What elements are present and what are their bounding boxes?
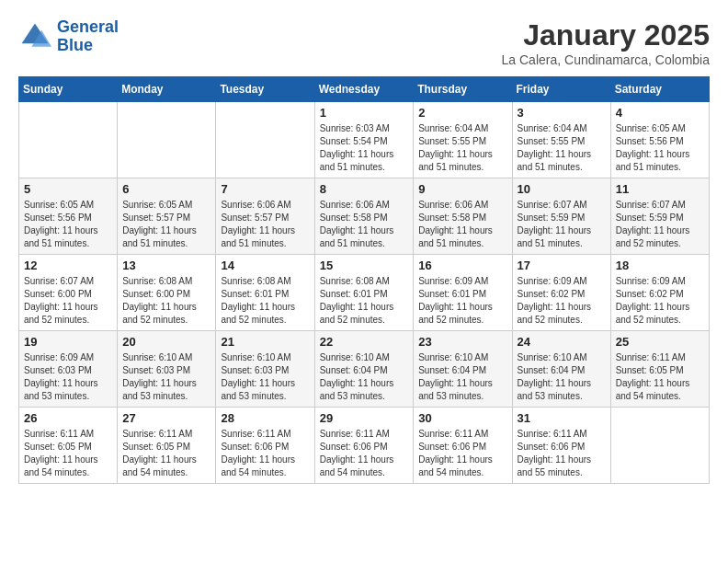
calendar-week-2: 5Sunrise: 6:05 AMSunset: 5:56 PMDaylight… <box>19 178 710 255</box>
calendar-cell: 30Sunrise: 6:11 AMSunset: 6:06 PMDayligh… <box>414 408 512 484</box>
calendar-week-5: 26Sunrise: 6:11 AMSunset: 6:05 PMDayligh… <box>19 408 710 484</box>
logo: General Blue <box>18 18 119 55</box>
day-info: Sunrise: 6:10 AMSunset: 6:04 PMDaylight:… <box>418 351 506 403</box>
day-info: Sunrise: 6:10 AMSunset: 6:04 PMDaylight:… <box>518 351 606 403</box>
day-number: 17 <box>518 259 606 272</box>
calendar-cell: 14Sunrise: 6:08 AMSunset: 6:01 PMDayligh… <box>216 255 314 331</box>
day-info: Sunrise: 6:11 AMSunset: 6:05 PMDaylight:… <box>24 428 112 479</box>
day-number: 28 <box>221 411 309 425</box>
calendar-cell: 17Sunrise: 6:09 AMSunset: 6:02 PMDayligh… <box>512 255 610 331</box>
day-info: Sunrise: 6:09 AMSunset: 6:01 PMDaylight:… <box>418 275 506 327</box>
day-number: 29 <box>320 411 409 425</box>
day-number: 11 <box>616 182 704 196</box>
calendar-cell: 21Sunrise: 6:10 AMSunset: 6:03 PMDayligh… <box>216 331 314 408</box>
calendar-cell: 18Sunrise: 6:09 AMSunset: 6:02 PMDayligh… <box>610 255 709 331</box>
calendar-title: January 2025 <box>502 18 710 52</box>
day-number: 7 <box>221 182 309 196</box>
calendar-cell: 5Sunrise: 6:05 AMSunset: 5:56 PMDaylight… <box>19 178 118 255</box>
day-info: Sunrise: 6:04 AMSunset: 5:55 PMDaylight:… <box>518 122 606 174</box>
title-block: January 2025 La Calera, Cundinamarca, Co… <box>502 18 710 67</box>
day-number: 1 <box>320 106 409 120</box>
calendar-cell: 4Sunrise: 6:05 AMSunset: 5:56 PMDaylight… <box>610 102 709 178</box>
day-info: Sunrise: 6:11 AMSunset: 6:06 PMDaylight:… <box>518 428 606 479</box>
day-info: Sunrise: 6:06 AMSunset: 5:57 PMDaylight:… <box>221 199 309 250</box>
calendar-cell: 22Sunrise: 6:10 AMSunset: 6:04 PMDayligh… <box>314 331 414 408</box>
col-header-wednesday: Wednesday <box>314 77 414 102</box>
day-info: Sunrise: 6:11 AMSunset: 6:06 PMDaylight:… <box>418 428 506 479</box>
day-number: 18 <box>616 259 704 272</box>
calendar-cell: 2Sunrise: 6:04 AMSunset: 5:55 PMDaylight… <box>414 102 512 178</box>
day-info: Sunrise: 6:07 AMSunset: 6:00 PMDaylight:… <box>24 275 112 327</box>
day-info: Sunrise: 6:07 AMSunset: 5:59 PMDaylight:… <box>518 199 606 250</box>
day-info: Sunrise: 6:08 AMSunset: 6:01 PMDaylight:… <box>221 275 309 327</box>
day-info: Sunrise: 6:10 AMSunset: 6:03 PMDaylight:… <box>221 351 309 403</box>
calendar-cell: 7Sunrise: 6:06 AMSunset: 5:57 PMDaylight… <box>216 178 314 255</box>
calendar-table: SundayMondayTuesdayWednesdayThursdayFrid… <box>18 76 710 484</box>
col-header-saturday: Saturday <box>610 77 709 102</box>
day-number: 4 <box>616 106 704 120</box>
day-info: Sunrise: 6:09 AMSunset: 6:02 PMDaylight:… <box>518 275 606 327</box>
day-info: Sunrise: 6:05 AMSunset: 5:56 PMDaylight:… <box>24 199 112 250</box>
calendar-week-3: 12Sunrise: 6:07 AMSunset: 6:00 PMDayligh… <box>19 255 710 331</box>
day-number: 21 <box>221 335 309 349</box>
calendar-cell: 1Sunrise: 6:03 AMSunset: 5:54 PMDaylight… <box>314 102 414 178</box>
day-info: Sunrise: 6:03 AMSunset: 5:54 PMDaylight:… <box>320 122 409 174</box>
day-number: 20 <box>122 335 210 349</box>
calendar-cell <box>610 408 709 484</box>
day-info: Sunrise: 6:04 AMSunset: 5:55 PMDaylight:… <box>418 122 506 174</box>
calendar-header-row: SundayMondayTuesdayWednesdayThursdayFrid… <box>19 77 710 102</box>
day-info: Sunrise: 6:06 AMSunset: 5:58 PMDaylight:… <box>320 199 409 250</box>
col-header-friday: Friday <box>512 77 610 102</box>
day-number: 13 <box>122 259 210 272</box>
col-header-sunday: Sunday <box>19 77 118 102</box>
calendar-cell: 3Sunrise: 6:04 AMSunset: 5:55 PMDaylight… <box>512 102 610 178</box>
day-number: 23 <box>418 335 506 349</box>
calendar-cell: 28Sunrise: 6:11 AMSunset: 6:06 PMDayligh… <box>216 408 314 484</box>
day-number: 12 <box>24 259 112 272</box>
day-number: 15 <box>320 259 409 272</box>
day-info: Sunrise: 6:07 AMSunset: 5:59 PMDaylight:… <box>616 199 704 250</box>
col-header-tuesday: Tuesday <box>216 77 314 102</box>
day-info: Sunrise: 6:10 AMSunset: 6:03 PMDaylight:… <box>122 351 210 403</box>
calendar-cell: 12Sunrise: 6:07 AMSunset: 6:00 PMDayligh… <box>19 255 118 331</box>
day-number: 22 <box>320 335 409 349</box>
day-info: Sunrise: 6:05 AMSunset: 5:57 PMDaylight:… <box>122 199 210 250</box>
calendar-subtitle: La Calera, Cundinamarca, Colombia <box>502 52 710 67</box>
day-number: 9 <box>418 182 506 196</box>
calendar-cell: 25Sunrise: 6:11 AMSunset: 6:05 PMDayligh… <box>610 331 709 408</box>
calendar-cell: 19Sunrise: 6:09 AMSunset: 6:03 PMDayligh… <box>19 331 118 408</box>
calendar-cell: 24Sunrise: 6:10 AMSunset: 6:04 PMDayligh… <box>512 331 610 408</box>
calendar-cell: 6Sunrise: 6:05 AMSunset: 5:57 PMDaylight… <box>118 178 216 255</box>
calendar-cell: 26Sunrise: 6:11 AMSunset: 6:05 PMDayligh… <box>19 408 118 484</box>
day-number: 8 <box>320 182 409 196</box>
day-number: 25 <box>616 335 704 349</box>
calendar-cell: 16Sunrise: 6:09 AMSunset: 6:01 PMDayligh… <box>414 255 512 331</box>
calendar-cell: 27Sunrise: 6:11 AMSunset: 6:05 PMDayligh… <box>118 408 216 484</box>
day-info: Sunrise: 6:11 AMSunset: 6:06 PMDaylight:… <box>221 428 309 479</box>
day-number: 16 <box>418 259 506 272</box>
day-info: Sunrise: 6:09 AMSunset: 6:03 PMDaylight:… <box>24 351 112 403</box>
day-number: 3 <box>518 106 606 120</box>
calendar-cell: 10Sunrise: 6:07 AMSunset: 5:59 PMDayligh… <box>512 178 610 255</box>
logo-text: General Blue <box>57 18 119 55</box>
page-header: General Blue January 2025 La Calera, Cun… <box>18 18 710 67</box>
calendar-cell: 11Sunrise: 6:07 AMSunset: 5:59 PMDayligh… <box>610 178 709 255</box>
calendar-cell: 23Sunrise: 6:10 AMSunset: 6:04 PMDayligh… <box>414 331 512 408</box>
day-number: 26 <box>24 411 112 425</box>
calendar-week-1: 1Sunrise: 6:03 AMSunset: 5:54 PMDaylight… <box>19 102 710 178</box>
day-info: Sunrise: 6:10 AMSunset: 6:04 PMDaylight:… <box>320 351 409 403</box>
day-info: Sunrise: 6:05 AMSunset: 5:56 PMDaylight:… <box>616 122 704 174</box>
day-number: 2 <box>418 106 506 120</box>
col-header-thursday: Thursday <box>414 77 512 102</box>
day-number: 5 <box>24 182 112 196</box>
day-number: 30 <box>418 411 506 425</box>
day-number: 24 <box>518 335 606 349</box>
calendar-week-4: 19Sunrise: 6:09 AMSunset: 6:03 PMDayligh… <box>19 331 710 408</box>
calendar-cell: 20Sunrise: 6:10 AMSunset: 6:03 PMDayligh… <box>118 331 216 408</box>
day-number: 14 <box>221 259 309 272</box>
day-number: 10 <box>518 182 606 196</box>
calendar-cell: 13Sunrise: 6:08 AMSunset: 6:00 PMDayligh… <box>118 255 216 331</box>
calendar-cell: 9Sunrise: 6:06 AMSunset: 5:58 PMDaylight… <box>414 178 512 255</box>
day-info: Sunrise: 6:08 AMSunset: 6:00 PMDaylight:… <box>122 275 210 327</box>
day-number: 27 <box>122 411 210 425</box>
